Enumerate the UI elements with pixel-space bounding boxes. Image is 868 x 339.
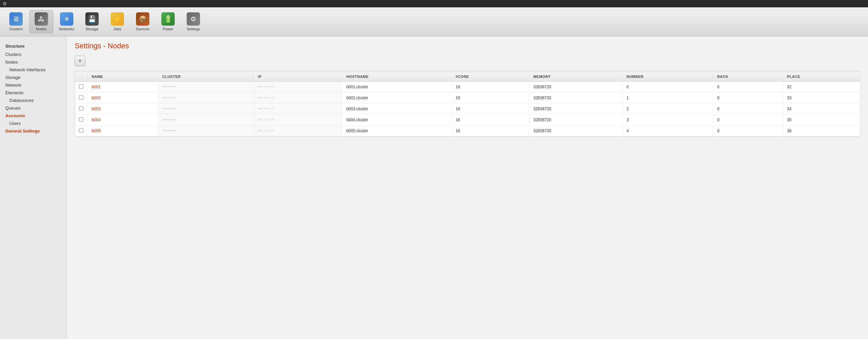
- row-3-rack: 0: [713, 114, 783, 126]
- storage-icon: 💾: [85, 12, 99, 26]
- toolbar-item-clusters[interactable]: 🖥Clusters: [4, 10, 28, 33]
- os-gear-icon: ⚙: [3, 1, 7, 6]
- row-4-rack: 0: [713, 126, 783, 137]
- col-header-9: PLACE: [783, 72, 860, 81]
- toolbar-item-networks[interactable]: ✳Networks: [55, 10, 79, 33]
- row-1-place: 33: [783, 93, 860, 104]
- row-3-core: 16: [451, 114, 529, 126]
- settings-icon: ⚙: [187, 12, 200, 26]
- sidebar-item-datasources[interactable]: Datasources: [0, 97, 66, 104]
- row-4-name[interactable]: b005: [88, 126, 158, 137]
- row-4-cluster: ••••••••: [158, 126, 254, 137]
- row-0-name[interactable]: b001: [88, 81, 158, 93]
- row-0-rack: 0: [713, 81, 783, 93]
- row-2-memory: 32836720: [529, 104, 622, 114]
- add-node-button[interactable]: +: [75, 56, 85, 66]
- sidebar-item-storage[interactable]: Storage: [0, 74, 66, 81]
- row-0-checkbox[interactable]: [79, 84, 83, 89]
- col-header-5: #CORE: [451, 72, 529, 81]
- row-3-hostname: b004.cluster: [342, 114, 451, 126]
- row-1-checkbox[interactable]: [79, 95, 83, 100]
- sidebar-structure-header: Structure: [0, 42, 66, 50]
- row-0-memory: 32836720: [529, 81, 622, 93]
- toolbar: 🖥Clusters🖧Nodes✳Networks💾Storage⚡Jobs📦So…: [0, 7, 868, 36]
- row-2-place: 34: [783, 104, 860, 114]
- sidebar-item-clusters[interactable]: Clusters: [0, 50, 66, 58]
- sidebar-item-network-interfaces[interactable]: Network Interfaces: [0, 66, 66, 74]
- power-label: Power: [163, 27, 173, 31]
- row-0-place: 32: [783, 81, 860, 93]
- sidebar-item-elements[interactable]: Elements: [0, 89, 66, 97]
- row-1-cluster: ••••••••: [158, 93, 254, 104]
- clusters-label: Clusters: [9, 27, 23, 31]
- sources-icon: 📦: [136, 12, 149, 26]
- nodes-label: Nodes: [36, 27, 46, 31]
- col-header-8: RACK: [713, 72, 783, 81]
- row-2-name[interactable]: b003: [88, 104, 158, 114]
- row-2-hostname: b003.cluster: [342, 104, 451, 114]
- row-2-checkbox[interactable]: [79, 106, 83, 110]
- row-1-rack: 0: [713, 93, 783, 104]
- row-1-number: 1: [622, 93, 713, 104]
- row-1-checkbox-cell: [75, 93, 88, 104]
- col-header-3: IP: [254, 72, 342, 81]
- row-3-memory: 32836720: [529, 114, 622, 126]
- row-0-core: 16: [451, 81, 529, 93]
- col-header-1: NAME: [88, 72, 158, 81]
- toolbar-item-jobs[interactable]: ⚡Jobs: [105, 10, 129, 33]
- networks-icon: ✳: [60, 12, 73, 26]
- jobs-label: Jobs: [113, 27, 121, 31]
- sidebar: Structure ClustersNodesNetwork Interface…: [0, 36, 67, 339]
- storage-label: Storage: [86, 27, 99, 31]
- row-0-number: 0: [622, 81, 713, 93]
- row-2-number: 2: [622, 104, 713, 114]
- row-3-cluster: ••••••••: [158, 114, 254, 126]
- row-0-cluster: ••••••••: [158, 81, 254, 93]
- jobs-icon: ⚡: [111, 12, 124, 26]
- row-3-checkbox-cell: [75, 114, 88, 126]
- col-header-0: [75, 72, 88, 81]
- row-4-core: 16: [451, 126, 529, 137]
- table-row: b002•••••••••••.••.•.•b002.cluster163283…: [75, 93, 860, 104]
- row-4-ip: •••.••.•.•: [254, 126, 342, 137]
- row-1-memory: 32836720: [529, 93, 622, 104]
- toolbar-item-power[interactable]: 🔋Power: [156, 10, 180, 33]
- sidebar-item-general-settings[interactable]: General Settings: [0, 127, 66, 135]
- row-4-memory: 32836720: [529, 126, 622, 137]
- row-4-number: 4: [622, 126, 713, 137]
- row-3-name[interactable]: b004: [88, 114, 158, 126]
- row-2-rack: 0: [713, 104, 783, 114]
- row-0-checkbox-cell: [75, 81, 88, 93]
- sidebar-item-queues[interactable]: Queues: [0, 104, 66, 112]
- toolbar-item-storage[interactable]: 💾Storage: [80, 10, 104, 33]
- row-0-hostname: b001.cluster: [342, 81, 451, 93]
- row-1-name[interactable]: b002: [88, 93, 158, 104]
- col-header-4: HOSTNAME: [342, 72, 451, 81]
- toolbar-item-sources[interactable]: 📦Sources: [131, 10, 155, 33]
- row-1-core: 16: [451, 93, 529, 104]
- row-2-cluster: ••••••••: [158, 104, 254, 114]
- col-header-7: NUMBER: [622, 72, 713, 81]
- sidebar-item-nodes[interactable]: Nodes: [0, 58, 66, 66]
- sources-label: Sources: [136, 27, 149, 31]
- main-content: Structure ClustersNodesNetwork Interface…: [0, 36, 868, 339]
- sidebar-item-accounts[interactable]: Accounts: [0, 112, 66, 120]
- content-area: Settings - Nodes + NAMECLUSTERIPHOSTNAME…: [67, 36, 868, 339]
- toolbar-item-nodes[interactable]: 🖧Nodes: [29, 10, 53, 33]
- row-3-place: 35: [783, 114, 860, 126]
- col-header-2: CLUSTER: [158, 72, 254, 81]
- networks-label: Networks: [59, 27, 74, 31]
- sidebar-item-users[interactable]: Users: [0, 120, 66, 127]
- row-3-checkbox[interactable]: [79, 117, 83, 122]
- table-row: b001•••••••••••.••.•.•b001.cluster163283…: [75, 81, 860, 93]
- toolbar-item-settings[interactable]: ⚙Settings: [181, 10, 205, 33]
- row-3-number: 3: [622, 114, 713, 126]
- table-header-row: NAMECLUSTERIPHOSTNAME#COREMEMORYNUMBERRA…: [75, 72, 860, 81]
- os-bar: ⚙: [0, 0, 868, 7]
- sidebar-item-network[interactable]: Network: [0, 81, 66, 89]
- nodes-table: NAMECLUSTERIPHOSTNAME#COREMEMORYNUMBERRA…: [75, 72, 860, 137]
- nodes-icon: 🖧: [35, 12, 48, 26]
- power-icon: 🔋: [161, 12, 175, 26]
- row-4-checkbox[interactable]: [79, 128, 83, 133]
- row-1-hostname: b002.cluster: [342, 93, 451, 104]
